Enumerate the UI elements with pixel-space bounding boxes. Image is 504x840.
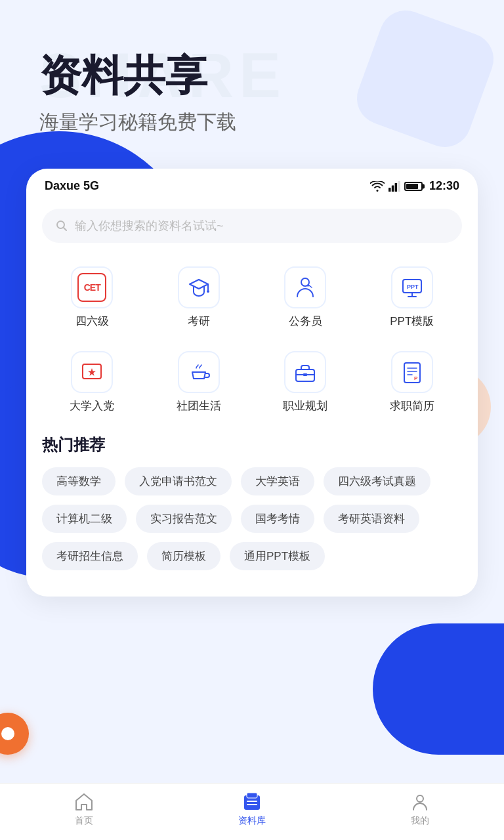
svg-rect-1 <box>392 185 394 192</box>
category-party[interactable]: 大学入党 <box>42 343 142 421</box>
resume-icon: P <box>398 358 427 387</box>
page-title: 资料共享 <box>39 52 465 98</box>
nav-library-label: 资料库 <box>238 815 266 827</box>
career-icon-wrap <box>284 351 326 393</box>
briefcase-icon <box>291 358 320 387</box>
ppt-icon-wrap: PPT <box>391 266 433 308</box>
nav-home[interactable]: 首页 <box>58 791 110 827</box>
mine-nav-icon <box>410 791 430 812</box>
status-icons: 12:30 <box>370 179 459 193</box>
resume-icon-wrap: P <box>391 351 433 393</box>
category-grid: CET 四六级 考研 <box>26 259 478 421</box>
page-subtitle: 海量学习秘籍免费下载 <box>39 109 465 136</box>
svg-text:P: P <box>414 375 418 381</box>
bottom-nav: 首页 资料库 我的 <box>0 783 504 840</box>
header: 资料共享 海量学习秘籍免费下载 <box>0 0 504 156</box>
category-kaoyan[interactable]: 考研 <box>149 259 249 337</box>
category-label-club: 社团生活 <box>177 398 221 413</box>
search-bar[interactable]: 输入你想搜索的资料名试试~ <box>42 209 462 243</box>
tag-item[interactable]: 考研招生信息 <box>42 542 138 570</box>
category-label-civil: 公务员 <box>289 314 322 329</box>
battery-icon <box>404 182 423 191</box>
home-nav-icon <box>74 791 94 812</box>
category-career[interactable]: 职业规划 <box>255 343 356 421</box>
svg-text:PPT: PPT <box>407 284 419 290</box>
svg-rect-17 <box>404 363 420 383</box>
library-nav-icon <box>242 791 262 812</box>
category-label-resume: 求职简历 <box>390 398 434 413</box>
fab-button[interactable] <box>0 713 29 755</box>
hot-section: 热门推荐 高等数学入党申请书范文大学英语四六级考试真题计算机二级实习报告范文国考… <box>26 428 478 577</box>
tag-item[interactable]: 考研英语资料 <box>324 505 419 533</box>
nav-home-label: 首页 <box>75 815 93 827</box>
search-placeholder-text: 输入你想搜索的资料名试试~ <box>75 218 224 234</box>
svg-rect-2 <box>395 183 398 192</box>
category-civil[interactable]: 公务员 <box>255 259 356 337</box>
category-label-career: 职业规划 <box>283 398 327 413</box>
party-icon-wrap <box>71 351 113 393</box>
coffee-icon <box>184 358 213 387</box>
status-bar: Daxue 5G 12:30 <box>26 169 478 198</box>
svg-line-5 <box>64 228 67 231</box>
cet-icon: CET <box>77 273 106 302</box>
svg-rect-3 <box>398 181 400 192</box>
svg-rect-23 <box>247 793 257 798</box>
category-label-ppt: PPT模版 <box>390 314 434 329</box>
category-label-kaoyan: 考研 <box>188 314 210 329</box>
svg-point-26 <box>417 795 423 802</box>
tag-item[interactable]: 高等数学 <box>42 467 116 495</box>
category-resume[interactable]: P 求职简历 <box>362 343 463 421</box>
tag-item[interactable]: 计算机二级 <box>42 505 127 533</box>
graduation-icon <box>184 273 213 302</box>
category-ppt[interactable]: PPT PPT模版 <box>362 259 463 337</box>
tag-item[interactable]: 实习报告范文 <box>136 505 232 533</box>
nav-mine-label: 我的 <box>411 815 429 827</box>
tag-item[interactable]: 入党申请书范文 <box>125 467 232 495</box>
tags-container: 高等数学入党申请书范文大学英语四六级考试真题计算机二级实习报告范文国考考情考研英… <box>42 467 462 570</box>
svg-rect-0 <box>388 188 391 192</box>
svg-point-8 <box>301 278 309 286</box>
category-cet[interactable]: CET 四六级 <box>42 259 142 337</box>
svg-rect-16 <box>303 373 307 376</box>
hot-title: 热门推荐 <box>42 434 462 455</box>
bg-shape-bottom-right <box>373 623 504 755</box>
fab-dot <box>1 727 14 740</box>
category-label-party: 大学入党 <box>70 398 114 413</box>
ppt-icon: PPT <box>398 273 427 302</box>
category-club[interactable]: 社团生活 <box>149 343 249 421</box>
signal-icon <box>388 181 400 192</box>
tag-item[interactable]: 通用PPT模板 <box>230 542 325 570</box>
tag-item[interactable]: 四六级考试真题 <box>324 467 430 495</box>
phone-card: Daxue 5G 12:30 <box>26 169 478 597</box>
nav-library[interactable]: 资料库 <box>226 791 278 827</box>
search-icon <box>55 219 68 232</box>
time-display: 12:30 <box>429 179 459 193</box>
carrier-text: Daxue 5G <box>45 179 99 193</box>
party-icon <box>77 358 106 387</box>
kaoyan-icon-wrap <box>178 266 220 308</box>
cet-icon-wrap: CET <box>71 266 113 308</box>
tag-item[interactable]: 大学英语 <box>241 467 314 495</box>
svg-point-7 <box>207 290 209 293</box>
category-label-cet: 四六级 <box>75 314 109 329</box>
wifi-icon <box>370 181 385 192</box>
tag-item[interactable]: 简历模板 <box>147 542 220 570</box>
nav-mine[interactable]: 我的 <box>394 791 446 827</box>
tag-item[interactable]: 国考考情 <box>241 505 314 533</box>
person-icon <box>291 273 320 302</box>
civil-icon-wrap <box>284 266 326 308</box>
club-icon-wrap <box>178 351 220 393</box>
